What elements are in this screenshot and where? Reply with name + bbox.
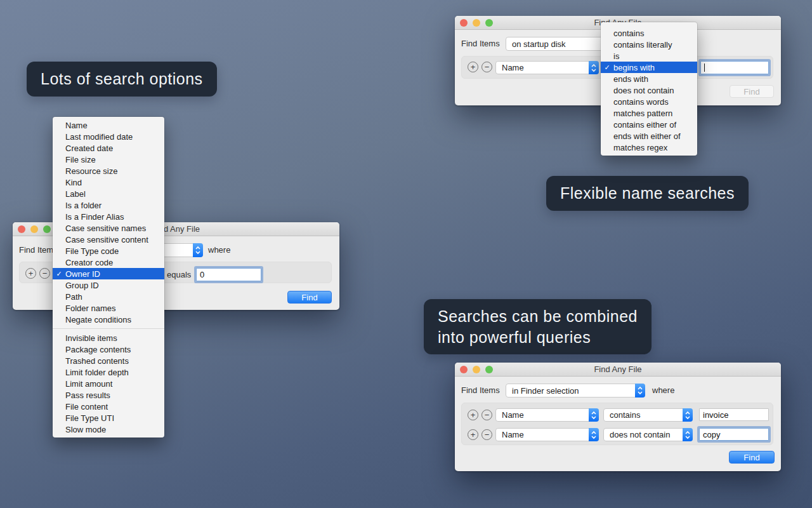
menu-item-label: Owner ID [65, 269, 100, 279]
menu-item[interactable]: Is a folder [53, 199, 164, 211]
menu-item[interactable]: ✓ begins with [601, 62, 697, 73]
attribute-dropdown[interactable]: Name [495, 428, 599, 441]
find-button[interactable]: Find [287, 291, 332, 304]
menu-item[interactable]: Invisible items [53, 332, 164, 344]
titlebar[interactable]: Find Any File [455, 363, 781, 377]
chevron-updown-icon [589, 428, 599, 441]
callout-name-searches: Flexible name searches [546, 176, 749, 211]
menu-item[interactable]: Package contents [53, 344, 164, 355]
menu-item[interactable]: is [601, 50, 697, 62]
menu-item-label: Case sensitive names [65, 224, 146, 233]
menu-item-label: Kind [65, 178, 82, 187]
name-condition-menu: contains contains literally is ✓ begins … [601, 22, 697, 156]
chevron-updown-icon [683, 408, 693, 422]
menu-item[interactable]: does not contain [601, 84, 697, 96]
menu-item-label: Last modified date [65, 132, 133, 142]
menu-item[interactable]: Label [53, 188, 164, 199]
menu-item[interactable]: ends with either of [601, 130, 697, 142]
menu-item[interactable]: ends with [601, 73, 697, 84]
menu-item[interactable]: Negate conditions [53, 314, 164, 325]
scope-dropdown[interactable]: in Finder selection [506, 384, 645, 398]
callout-text: Lots of search options [41, 70, 203, 88]
scope-dropdown-value: in Finder selection [512, 384, 579, 397]
text-cursor [704, 64, 705, 72]
attribute-menu: Name Last modified date Created date Fil… [53, 117, 164, 438]
conditions-panel: + − Name contains invoice + − Name [461, 403, 773, 445]
menu-item[interactable]: Pass results [53, 389, 164, 401]
menu-item-label: Negate conditions [65, 315, 131, 324]
remove-condition-button[interactable]: − [39, 268, 50, 279]
where-label: where [652, 385, 674, 396]
menu-item-label: Path [65, 292, 82, 302]
plus-icon: + [29, 269, 34, 277]
menu-item[interactable]: Resource size [53, 165, 164, 177]
menu-item[interactable]: Kind [53, 177, 164, 188]
menu-item-label: ends with [613, 74, 648, 84]
menu-item-label: matches pattern [613, 109, 672, 118]
attribute-dropdown[interactable]: Name [495, 408, 599, 422]
owner-id-input[interactable]: 0 [196, 268, 261, 281]
menu-item[interactable]: Last modified date [53, 131, 164, 142]
menu-item-label: ends with either of [613, 131, 681, 141]
add-condition-button[interactable]: + [25, 268, 36, 279]
menu-item[interactable]: File Type code [53, 245, 164, 257]
remove-condition-button[interactable]: − [481, 62, 492, 72]
menu-item[interactable]: Created date [53, 142, 164, 154]
attribute-dropdown[interactable]: Name [495, 61, 599, 74]
menu-item[interactable]: Name [53, 119, 164, 131]
menu-item[interactable]: contains literally [601, 39, 697, 50]
find-items-label: Find Items [461, 385, 500, 396]
menu-item[interactable]: Case sensitive names [53, 222, 164, 234]
menu-item-label: contains [613, 29, 644, 38]
menu-item[interactable]: contains either of [601, 119, 697, 130]
add-condition-button[interactable]: + [468, 410, 478, 420]
menu-item-label: Pass results [65, 391, 110, 400]
menu-item-list: contains contains literally is ✓ begins … [601, 27, 697, 153]
find-button[interactable]: Find [729, 451, 775, 464]
menu-item[interactable]: Trashed contents [53, 355, 164, 366]
condition-dropdown[interactable]: contains [603, 408, 693, 422]
condition-dropdown[interactable]: does not contain [603, 428, 693, 441]
menu-item[interactable]: ✓ Owner ID [53, 268, 164, 279]
checkmark-icon: ✓ [53, 270, 65, 278]
menu-item[interactable]: Limit amount [53, 378, 164, 389]
find-button-label: Find [743, 87, 759, 97]
menu-item-label: contains either of [613, 120, 676, 130]
find-button[interactable]: Find [730, 85, 774, 98]
menu-item[interactable]: File size [53, 154, 164, 165]
chevron-updown-icon [635, 384, 645, 398]
add-condition-button[interactable]: + [468, 62, 478, 72]
add-condition-button[interactable]: + [468, 429, 478, 440]
remove-condition-button[interactable]: − [481, 429, 492, 440]
search-term-input[interactable]: copy [699, 428, 769, 441]
menu-item-label: Case sensitive content [65, 235, 148, 244]
minus-icon: − [485, 411, 490, 419]
scope-dropdown-value: on startup disk [512, 37, 566, 50]
menu-item[interactable]: Folder names [53, 302, 164, 314]
menu-item[interactable]: Creator code [53, 257, 164, 268]
menu-item-label: Package contents [65, 345, 131, 354]
menu-item[interactable]: contains words [601, 96, 697, 107]
menu-item-label: does not contain [613, 86, 674, 95]
attribute-dropdown-value: Name [502, 62, 524, 74]
menu-item[interactable]: Limit folder depth [53, 366, 164, 378]
menu-item[interactable]: File content [53, 401, 164, 412]
menu-item[interactable]: Slow mode [53, 424, 164, 435]
menu-item[interactable]: Path [53, 291, 164, 302]
window-find-any-file-bottom: Find Any File Find Items in Finder selec… [455, 363, 781, 471]
menu-item[interactable]: File Type UTI [53, 412, 164, 424]
menu-item[interactable]: matches regex [601, 142, 697, 153]
search-term-input[interactable]: invoice [699, 408, 769, 421]
search-term-input[interactable] [700, 61, 769, 74]
remove-condition-button[interactable]: − [481, 410, 492, 420]
minus-icon: − [485, 431, 490, 439]
menu-item[interactable]: Group ID [53, 279, 164, 291]
menu-item[interactable]: Is a Finder Alias [53, 211, 164, 222]
menu-item[interactable]: contains [601, 27, 697, 39]
attribute-dropdown-value: Name [502, 409, 524, 421]
menu-item-label: File Type UTI [65, 413, 114, 423]
menu-item[interactable]: Case sensitive content [53, 234, 164, 245]
menu-item-label: Name [65, 121, 88, 130]
menu-item[interactable]: matches pattern [601, 107, 697, 119]
where-label: where [208, 245, 230, 255]
